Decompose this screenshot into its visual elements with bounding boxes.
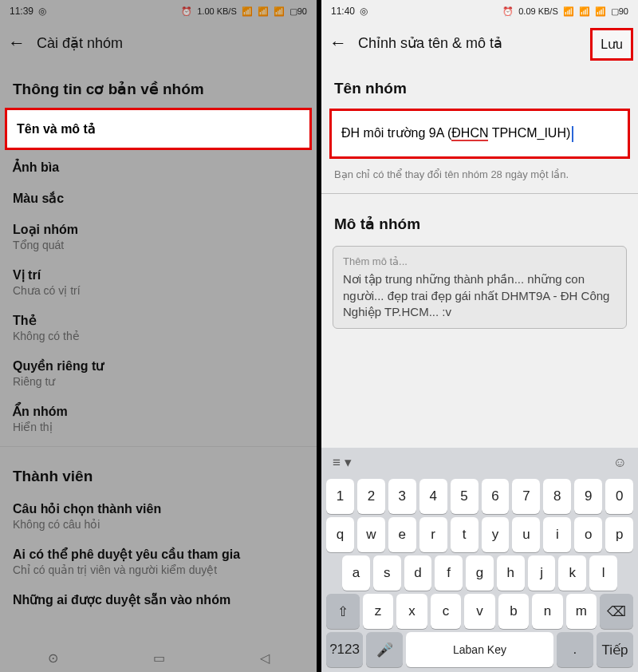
nav-recent-icon[interactable]: ⊙ (48, 650, 58, 666)
key-5[interactable]: 5 (451, 479, 478, 514)
kb-emoji-icon[interactable]: ☺ (613, 455, 627, 471)
key-i[interactable]: i (543, 517, 571, 552)
appbar: ← Chỉnh sửa tên & mô tả Lưu (321, 22, 638, 64)
wifi-icon: 📶 (242, 6, 253, 17)
key-0[interactable]: 0 (605, 479, 633, 514)
mic-key[interactable]: 🎤 (366, 632, 403, 667)
key-g[interactable]: g (466, 555, 494, 591)
shift-key[interactable]: ⇧ (326, 594, 360, 629)
appbar: ← Cài đặt nhóm (0, 22, 317, 64)
row-questions[interactable]: Câu hỏi chọn thành viên Không có câu hỏi (0, 493, 317, 539)
period-key[interactable]: . (557, 632, 593, 667)
signal-icon: 📶 (579, 6, 590, 17)
key-j[interactable]: j (528, 555, 556, 591)
key-m[interactable]: m (566, 594, 597, 629)
row-label: Tên và mô tả (17, 121, 300, 136)
row-location[interactable]: Vị trí Chưa có vị trí (0, 259, 317, 305)
battery-icon: ▢90 (611, 6, 628, 17)
nav-bar: ⊙ ▭ ◁ (0, 643, 317, 672)
key-a[interactable]: a (342, 555, 370, 591)
status-time: 11:40 (331, 6, 355, 17)
key-t[interactable]: t (451, 517, 478, 552)
kb-row-letters1: qwertyuiop (326, 517, 633, 552)
key-1[interactable]: 1 (326, 479, 354, 514)
backspace-key[interactable]: ⌫ (600, 594, 633, 629)
back-icon[interactable]: ← (329, 33, 347, 53)
status-net: 0.09 KB/S (518, 6, 558, 16)
row-name-desc[interactable]: Tên và mô tả (5, 108, 312, 150)
key-9[interactable]: 9 (574, 479, 602, 514)
row-preapprove[interactable]: Những ai được duyệt sẵn vào nhóm (0, 584, 317, 615)
key-k[interactable]: k (558, 555, 586, 591)
group-name-input[interactable]: ĐH môi trường 9A (ĐHCN TPHCM_IUH) (329, 109, 630, 159)
divider (321, 193, 638, 194)
status-bar: 11:40 ◎ ⏰ 0.09 KB/S 📶 📶 📶 ▢90 (321, 0, 638, 22)
back-icon[interactable]: ← (8, 33, 26, 53)
key-e[interactable]: e (388, 517, 416, 552)
key-y[interactable]: y (482, 517, 510, 552)
key-d[interactable]: d (404, 555, 432, 591)
key-b[interactable]: b (498, 594, 529, 629)
symbols-key[interactable]: ?123 (326, 632, 363, 667)
row-hide[interactable]: Ẩn nhóm Hiển thị (0, 396, 317, 441)
screen-group-settings: 11:39 ◎ ⏰ 1.00 KB/S 📶 📶 📶 ▢90 ← Cài đặt … (0, 0, 317, 672)
row-tags[interactable]: Thẻ Không có thẻ (0, 305, 317, 350)
key-x[interactable]: x (396, 594, 427, 629)
enter-key[interactable]: Tiếp (597, 632, 633, 667)
key-s[interactable]: s (373, 555, 401, 591)
section-members-title: Thành viên (13, 468, 304, 485)
keyboard-toolbar: ≡ ▾ ☺ (325, 451, 635, 476)
key-l[interactable]: l (589, 555, 617, 591)
key-u[interactable]: u (512, 517, 540, 552)
appbar-title: Cài đặt nhóm (37, 34, 123, 52)
status-bar: 11:39 ◎ ⏰ 1.00 KB/S 📶 📶 📶 ▢90 (0, 0, 317, 22)
eye-icon: ◎ (38, 6, 46, 17)
key-z[interactable]: z (363, 594, 393, 629)
section-name-title: Tên nhóm (334, 80, 625, 97)
key-f[interactable]: f (435, 555, 463, 591)
alarm-icon: ⏰ (181, 6, 192, 17)
section-basic-title: Thông tin cơ bản về nhóm (13, 80, 304, 98)
wifi-icon: 📶 (563, 6, 574, 17)
screen-edit-name: 11:40 ◎ ⏰ 0.09 KB/S 📶 📶 📶 ▢90 ← Chỉnh sử… (321, 0, 638, 672)
key-2[interactable]: 2 (357, 479, 385, 514)
eye-icon: ◎ (360, 6, 368, 17)
divider (0, 446, 317, 447)
key-3[interactable]: 3 (388, 479, 416, 514)
key-w[interactable]: w (357, 517, 385, 552)
appbar-title: Chỉnh sửa tên & mô tả (358, 34, 502, 52)
row-privacy[interactable]: Quyền riêng tư Riêng tư (0, 350, 317, 396)
row-approve[interactable]: Ai có thể phê duyệt yêu cầu tham gia Chỉ… (0, 539, 317, 584)
key-4[interactable]: 4 (419, 479, 447, 514)
key-r[interactable]: r (419, 517, 447, 552)
key-6[interactable]: 6 (482, 479, 510, 514)
key-n[interactable]: n (532, 594, 562, 629)
space-key[interactable]: Laban Key (406, 632, 553, 667)
row-color[interactable]: Màu sắc (0, 183, 317, 214)
kb-menu-icon[interactable]: ≡ ▾ (333, 454, 352, 471)
kb-row-letters3: ⇧ zxcvbnm ⌫ (326, 594, 633, 629)
battery-icon: ▢90 (289, 6, 307, 17)
desc-text: Nơi tập trung những thành phần... những … (343, 271, 616, 320)
signal-icon: 📶 (274, 6, 285, 17)
key-o[interactable]: o (574, 517, 602, 552)
key-p[interactable]: p (605, 517, 633, 552)
keyboard: ≡ ▾ ☺ 1234567890 qwertyuiop asdfghjkl ⇧ … (321, 448, 638, 672)
status-net: 1.00 KB/S (197, 6, 237, 16)
key-7[interactable]: 7 (512, 479, 540, 514)
kb-row-letters2: asdfghjkl (326, 555, 633, 591)
row-cover[interactable]: Ảnh bìa (0, 152, 317, 183)
nav-home-icon[interactable]: ▭ (153, 650, 165, 666)
key-v[interactable]: v (464, 594, 494, 629)
signal-icon: 📶 (258, 6, 269, 17)
key-h[interactable]: h (497, 555, 525, 591)
kb-row-bottom: ?123 🎤 Laban Key . Tiếp (326, 632, 633, 667)
group-desc-input[interactable]: Thêm mô tả... Nơi tập trung những thành … (333, 246, 627, 329)
key-8[interactable]: 8 (543, 479, 571, 514)
save-button[interactable]: Lưu (590, 28, 633, 61)
row-type[interactable]: Loại nhóm Tổng quát (0, 214, 317, 259)
key-c[interactable]: c (431, 594, 461, 629)
nav-back-icon[interactable]: ◁ (260, 650, 270, 666)
status-time: 11:39 (10, 6, 33, 17)
key-q[interactable]: q (326, 517, 354, 552)
